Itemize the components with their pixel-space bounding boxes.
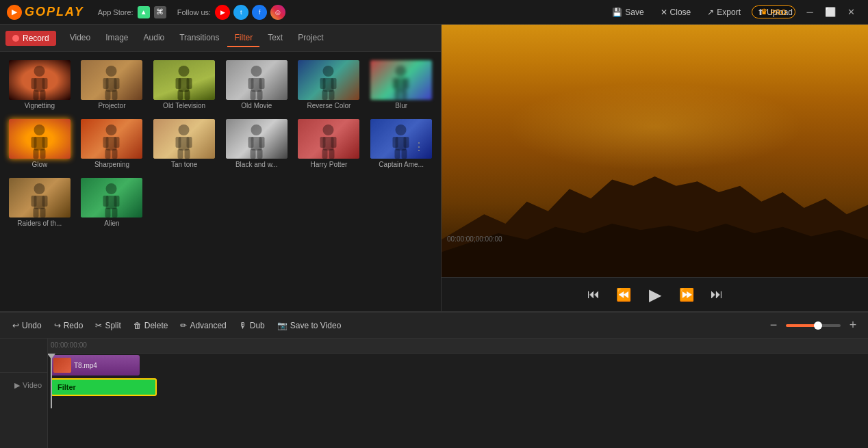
close-window-button[interactable]: ✕ <box>841 4 861 21</box>
left-panel: Record Video Image Audio Transitions Fil… <box>0 25 442 311</box>
android-icon[interactable]: ▲ <box>138 6 150 18</box>
filter-thumb-raiders <box>9 178 71 218</box>
filter-thumb-old-television <box>153 60 215 100</box>
play-button[interactable]: ▶ <box>643 282 667 307</box>
filter-item-old-television[interactable]: Old Television <box>150 57 218 112</box>
filter-thumb-black-and-white <box>226 119 288 159</box>
export-icon: ↗ <box>707 8 714 17</box>
tab-transitions[interactable]: Transitions <box>173 29 226 47</box>
svg-rect-34 <box>395 90 400 100</box>
svg-rect-44 <box>103 137 109 148</box>
save-button[interactable]: 💾 Save <box>605 5 650 20</box>
svg-rect-40 <box>33 149 38 159</box>
undo-icon: ↩ <box>12 321 19 330</box>
filter-item-projector[interactable]: Projector <box>78 57 146 112</box>
step-forward-button[interactable]: ⏩ <box>676 284 698 306</box>
svg-rect-68 <box>393 137 398 148</box>
video-clip[interactable]: T8.mp4 <box>51 355 140 375</box>
svg-rect-10 <box>105 90 111 100</box>
svg-rect-11 <box>112 90 118 100</box>
filter-item-glow[interactable]: Glow <box>5 116 74 171</box>
content-area: Record Video Image Audio Transitions Fil… <box>0 25 868 448</box>
appstore-label: App Store: <box>98 8 133 16</box>
filter-item-reverse-color[interactable]: Reverse Color <box>295 57 363 112</box>
skip-to-end-button[interactable]: ⏭ <box>706 284 728 306</box>
close-button[interactable]: ✕ Close <box>654 5 698 20</box>
twitter-icon[interactable]: t <box>233 5 248 20</box>
svg-rect-51 <box>187 137 192 148</box>
filter-item-vignetting[interactable]: Vignetting <box>5 57 74 112</box>
logo-text: GOPLAY <box>25 5 84 19</box>
svg-rect-81 <box>114 196 120 207</box>
filter-grid: VignettingProjectorOld TelevisionOld Mov… <box>0 52 441 311</box>
zoom-controls: − + <box>765 317 861 334</box>
filter-thumb-tan-tone <box>153 119 215 159</box>
advanced-button[interactable]: ✏ Advanced <box>175 318 231 333</box>
svg-rect-63 <box>331 137 337 148</box>
redo-icon: ↪ <box>54 321 61 330</box>
time-ruler: 00:00:00:00 <box>48 339 868 354</box>
youtube-icon[interactable]: ▶ <box>215 5 230 20</box>
preview-video <box>442 25 868 277</box>
filter-clip[interactable]: Filter <box>51 378 157 396</box>
minimize-button[interactable]: ─ <box>800 4 820 21</box>
svg-rect-17 <box>185 90 190 100</box>
upload-button[interactable]: ⬆ Upload <box>750 5 800 20</box>
dub-icon: 🎙 <box>239 321 247 330</box>
filter-thumb-vignetting <box>9 60 71 100</box>
zoom-in-button[interactable]: + <box>845 317 861 334</box>
svg-rect-16 <box>178 90 183 100</box>
svg-rect-15 <box>187 78 192 89</box>
tab-filter[interactable]: Filter <box>227 29 259 47</box>
svg-rect-14 <box>176 78 181 89</box>
filter-item-black-and-white[interactable]: Black and w... <box>222 116 291 171</box>
svg-rect-65 <box>329 149 335 159</box>
svg-point-18 <box>251 66 261 77</box>
filter-item-sharpening[interactable]: Sharpening <box>78 116 146 171</box>
delete-button[interactable]: 🗑 Delete <box>128 318 174 333</box>
redo-button[interactable]: ↪ Redo <box>49 318 89 333</box>
filter-item-harry-potter[interactable]: Harry Potter <box>295 116 363 171</box>
export-button[interactable]: ↗ Export <box>700 5 748 20</box>
svg-rect-46 <box>105 149 111 159</box>
record-button[interactable]: Record <box>5 31 56 46</box>
save-to-video-button[interactable]: 📷 Save to Video <box>272 318 347 333</box>
filter-thumb-reverse-color <box>298 60 359 100</box>
filter-item-tan-tone[interactable]: Tan tone <box>150 116 218 171</box>
filter-item-captain-ame[interactable]: Captain Ame... <box>367 116 435 171</box>
mountain-silhouette <box>442 151 868 278</box>
svg-rect-38 <box>31 137 36 148</box>
filter-item-raiders[interactable]: Raiders of th... <box>5 175 74 230</box>
svg-rect-21 <box>259 78 264 89</box>
filter-item-blur[interactable]: Blur <box>367 57 435 112</box>
tab-image[interactable]: Image <box>99 29 135 47</box>
step-back-button[interactable]: ⏪ <box>613 284 635 306</box>
split-button[interactable]: ✂ Split <box>90 318 126 333</box>
zoom-out-button[interactable]: − <box>765 317 782 334</box>
timeline-toolbar: ↩ Undo ↪ Redo ✂ Split 🗑 Delete ✏ Adva <box>0 313 868 339</box>
svg-rect-32 <box>393 78 398 89</box>
facebook-icon[interactable]: f <box>252 5 267 20</box>
tab-audio[interactable]: Audio <box>137 29 172 47</box>
filter-item-alien[interactable]: Alien <box>78 175 146 230</box>
action-buttons: 💾 Save ✕ Close ↗ Export ⬆ Upload <box>605 5 800 20</box>
svg-rect-69 <box>404 137 409 148</box>
filter-panel-more[interactable]: ⋮ <box>413 140 424 153</box>
svg-rect-26 <box>320 78 326 89</box>
undo-button[interactable]: ↩ Undo <box>7 318 47 333</box>
dub-button[interactable]: 🎙 Dub <box>233 318 270 333</box>
zoom-slider[interactable] <box>786 324 841 327</box>
filter-item-old-movie[interactable]: Old Movie <box>222 57 291 112</box>
instagram-icon[interactable]: ◎ <box>270 5 285 20</box>
tab-video[interactable]: Video <box>63 29 97 47</box>
skip-to-start-button[interactable]: ⏮ <box>583 284 604 306</box>
svg-rect-53 <box>185 149 190 159</box>
svg-rect-28 <box>322 90 328 100</box>
tab-project[interactable]: Project <box>291 29 330 47</box>
tab-text[interactable]: Text <box>261 29 290 47</box>
svg-rect-9 <box>114 78 120 89</box>
svg-rect-71 <box>402 149 407 159</box>
restore-button[interactable]: ⬜ <box>820 4 841 21</box>
apple-icon[interactable]: ⌘ <box>154 6 166 18</box>
filter-label-tan-tone: Tan tone <box>153 161 215 168</box>
